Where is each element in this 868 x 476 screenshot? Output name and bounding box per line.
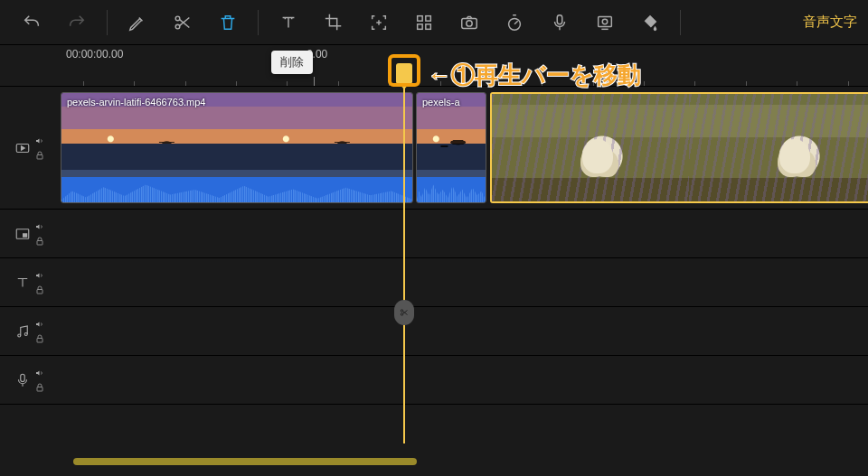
toolbar-separator (258, 10, 259, 35)
music-track (0, 307, 868, 356)
clip-filename-label: pexels-a (422, 97, 460, 107)
svg-rect-3 (426, 15, 431, 21)
video-track: pexels-arvin-latifi-6466763.mp4pexels-a (0, 87, 868, 210)
svg-rect-17 (37, 289, 42, 294)
playhead-line (403, 87, 405, 443)
svg-rect-9 (557, 14, 562, 23)
text-tool-button[interactable] (266, 1, 311, 44)
edit-button[interactable] (115, 1, 160, 44)
undo-button[interactable] (9, 1, 54, 44)
text-track (0, 258, 868, 307)
lock-icon (34, 285, 45, 295)
speed-button[interactable] (492, 1, 537, 44)
pip-track-body[interactable] (59, 210, 868, 257)
pip-track-head[interactable] (0, 210, 59, 257)
svg-point-11 (602, 19, 608, 23)
sound-icon (34, 368, 45, 378)
svg-rect-13 (37, 154, 42, 159)
svg-rect-5 (426, 23, 431, 29)
current-timecode: 00:00:00.00 (66, 48, 123, 61)
top-toolbar: 音声文字 (0, 0, 868, 45)
lock-icon (34, 236, 45, 247)
text-track-icon (14, 275, 31, 291)
lock-icon (34, 382, 45, 393)
timeline-clip[interactable] (490, 92, 868, 203)
music-track-body[interactable] (59, 307, 868, 355)
playhead-handle[interactable] (396, 63, 412, 83)
sound-icon (34, 221, 45, 232)
video-track-body[interactable]: pexels-arvin-latifi-6466763.mp4pexels-a (59, 87, 868, 209)
split-button[interactable] (160, 1, 205, 44)
svg-rect-21 (20, 374, 24, 381)
video-track-icon (14, 140, 31, 156)
video-track-head[interactable] (0, 87, 59, 209)
scrollbar-thumb[interactable] (73, 458, 417, 465)
fill-button[interactable] (627, 1, 673, 44)
toolbar-separator (107, 10, 108, 35)
bracket-crop-button[interactable] (356, 1, 401, 44)
music-track-head[interactable] (0, 307, 59, 355)
mic-button[interactable] (537, 1, 582, 44)
timeline-clip[interactable]: pexels-a (416, 92, 486, 203)
svg-point-7 (467, 20, 472, 25)
svg-rect-22 (37, 387, 42, 391)
lock-icon (34, 150, 45, 161)
mic-track-icon (14, 372, 31, 388)
sound-icon (34, 135, 45, 146)
svg-point-19 (24, 332, 27, 335)
camera-button[interactable] (447, 1, 492, 44)
delete-button[interactable] (205, 1, 250, 44)
split-handle[interactable] (394, 300, 414, 325)
svg-rect-4 (418, 23, 423, 29)
svg-rect-15 (23, 233, 27, 238)
svg-rect-20 (37, 338, 42, 342)
timeline-clip[interactable]: pexels-arvin-latifi-6466763.mp4 (61, 92, 413, 203)
timeline-scrollbar[interactable] (59, 456, 850, 469)
text-track-body[interactable] (59, 258, 868, 306)
grid-button[interactable] (401, 1, 447, 44)
sound-icon (34, 270, 45, 281)
music-track-icon (14, 323, 31, 340)
pip-track-icon (14, 226, 31, 242)
svg-rect-16 (37, 240, 42, 245)
instruction-annotation: ←①再生バーを移動 (428, 60, 641, 91)
svg-point-18 (17, 334, 20, 337)
record-button[interactable] (582, 1, 627, 44)
voice-track (0, 356, 868, 405)
tracks-panel: pexels-arvin-latifi-6466763.mp4pexels-a (0, 87, 868, 443)
voice-track-body[interactable] (59, 356, 868, 404)
voice-track-head[interactable] (0, 356, 59, 404)
svg-rect-10 (599, 16, 612, 26)
svg-rect-2 (418, 15, 423, 21)
pip-track (0, 210, 868, 258)
lock-icon (34, 333, 45, 344)
crop-button[interactable] (311, 1, 356, 44)
sound-icon (34, 319, 45, 330)
delete-tooltip: 削除 (271, 51, 313, 74)
clip-filename-label: pexels-arvin-latifi-6466763.mp4 (67, 97, 205, 107)
speech-to-text-button[interactable]: 音声文字 (803, 14, 859, 31)
redo-button[interactable] (54, 1, 99, 44)
toolbar-separator (680, 10, 681, 35)
text-track-head[interactable] (0, 258, 59, 306)
